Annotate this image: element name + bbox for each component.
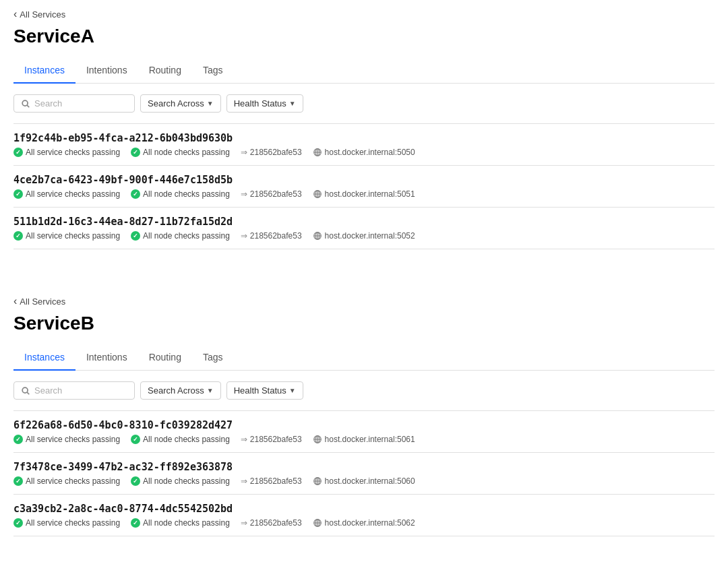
search-across-label-b: Search Across [148, 385, 204, 396]
health-status-label-a: Health Status [234, 98, 286, 108]
service-check-icon [13, 148, 23, 157]
svg-line-1 [27, 105, 29, 107]
node-check-badge: All node checks passing [131, 518, 230, 528]
address-value: host.docker.internal:5061 [325, 435, 415, 444]
node-id-meta: ⇒ 218562bafe53 [241, 148, 302, 157]
instance-meta: All service checks passing All node chec… [13, 518, 715, 528]
search-icon-a [21, 99, 30, 108]
globe-icon [313, 435, 322, 444]
service-check-icon [13, 231, 23, 241]
search-wrapper-a [13, 94, 135, 113]
health-status-chevron-a: ▼ [289, 100, 296, 107]
search-input-b[interactable] [34, 385, 127, 396]
back-link-a[interactable]: All Services [13, 0, 65, 26]
instance-id: 7f3478ce-3499-47b2-ac32-ff892e363878 [13, 461, 715, 473]
tab-a-routing[interactable]: Routing [138, 58, 192, 84]
node-id-value: 218562bafe53 [250, 476, 302, 486]
address-meta: host.docker.internal:5061 [313, 435, 415, 444]
globe-icon [313, 231, 322, 241]
instance-meta: All service checks passing All node chec… [13, 148, 715, 157]
instance-id: 511b1d2d-16c3-44ea-8d27-11b72fa15d2d [13, 216, 715, 228]
arrow-icon: ⇒ [241, 148, 247, 157]
node-id-meta: ⇒ 218562bafe53 [241, 435, 302, 444]
arrow-icon: ⇒ [241, 231, 247, 241]
instance-list-b: 6f226a68-6d50-4bc0-8310-fc039282d427 All… [13, 410, 715, 536]
table-row[interactable]: 1f92c44b-eb95-4fca-a212-6b043bd9630b All… [13, 124, 715, 166]
service-check-badge: All service checks passing [13, 231, 120, 241]
table-row[interactable]: 7f3478ce-3499-47b2-ac32-ff892e363878 All… [13, 453, 715, 495]
node-check-icon [131, 435, 140, 444]
service-check-badge: All service checks passing [13, 189, 120, 199]
back-link-b[interactable]: All Services [13, 287, 65, 313]
service-a-section: All Services ServiceA Instances Intentio… [13, 0, 715, 266]
instance-meta: All service checks passing All node chec… [13, 435, 715, 444]
node-check-icon [131, 189, 140, 199]
globe-icon [313, 476, 322, 486]
search-across-label-a: Search Across [148, 98, 204, 108]
instance-id: 6f226a68-6d50-4bc0-8310-fc039282d427 [13, 419, 715, 431]
tabs-bar-b: Instances Intentions Routing Tags [13, 345, 715, 371]
node-check-badge: All node checks passing [131, 476, 230, 486]
node-check-badge: All node checks passing [131, 231, 230, 241]
node-check-badge: All node checks passing [131, 435, 230, 444]
instance-meta: All service checks passing All node chec… [13, 231, 715, 241]
node-id-value: 218562bafe53 [250, 148, 302, 157]
node-id-value: 218562bafe53 [250, 231, 302, 241]
service-check-label: All service checks passing [26, 476, 120, 486]
address-value: host.docker.internal:5062 [325, 518, 415, 528]
node-check-label: All node checks passing [143, 476, 230, 486]
node-check-icon [131, 148, 140, 157]
service-b-title: ServiceB [13, 313, 715, 334]
tab-b-intentions[interactable]: Intentions [75, 345, 138, 371]
tab-a-tags[interactable]: Tags [192, 58, 234, 84]
node-id-meta: ⇒ 218562bafe53 [241, 231, 302, 241]
arrow-icon: ⇒ [241, 518, 247, 528]
service-check-icon [13, 435, 23, 444]
health-status-label-b: Health Status [234, 385, 286, 396]
node-check-icon [131, 476, 140, 486]
address-value: host.docker.internal:5060 [325, 476, 415, 486]
arrow-icon: ⇒ [241, 189, 247, 199]
node-check-icon [131, 231, 140, 241]
node-check-badge: All node checks passing [131, 148, 230, 157]
service-check-icon [13, 189, 23, 199]
node-check-label: All node checks passing [143, 435, 230, 444]
address-meta: host.docker.internal:5050 [313, 148, 415, 157]
svg-point-0 [22, 100, 28, 106]
node-check-icon [131, 518, 140, 528]
service-check-label: All service checks passing [26, 148, 120, 157]
address-meta: host.docker.internal:5051 [313, 189, 415, 199]
service-b-section: All Services ServiceB Instances Intentio… [13, 287, 715, 553]
service-check-badge: All service checks passing [13, 518, 120, 528]
service-check-badge: All service checks passing [13, 435, 120, 444]
service-check-badge: All service checks passing [13, 476, 120, 486]
table-row[interactable]: c3a39cb2-2a8c-4ac0-8774-4dc5542502bd All… [13, 495, 715, 536]
table-row[interactable]: 4ce2b7ca-6423-49bf-900f-446e7c158d5b All… [13, 166, 715, 208]
instance-meta: All service checks passing All node chec… [13, 476, 715, 486]
search-icon-b [21, 386, 30, 396]
search-across-dropdown-a[interactable]: Search Across ▼ [140, 94, 221, 113]
service-check-icon [13, 518, 23, 528]
health-status-dropdown-a[interactable]: Health Status ▼ [226, 94, 303, 113]
health-status-dropdown-b[interactable]: Health Status ▼ [226, 381, 303, 400]
health-status-chevron-b: ▼ [289, 387, 296, 394]
node-id-value: 218562bafe53 [250, 189, 302, 199]
node-id-meta: ⇒ 218562bafe53 [241, 476, 302, 486]
search-across-dropdown-b[interactable]: Search Across ▼ [140, 381, 221, 400]
arrow-icon: ⇒ [241, 476, 247, 486]
table-row[interactable]: 511b1d2d-16c3-44ea-8d27-11b72fa15d2d All… [13, 208, 715, 249]
tab-a-instances[interactable]: Instances [13, 58, 75, 84]
tab-b-tags[interactable]: Tags [192, 345, 234, 371]
address-meta: host.docker.internal:5060 [313, 476, 415, 486]
tab-b-instances[interactable]: Instances [13, 345, 75, 371]
tab-a-intentions[interactable]: Intentions [75, 58, 138, 84]
node-check-label: All node checks passing [143, 518, 230, 528]
address-meta: host.docker.internal:5052 [313, 231, 415, 241]
tab-b-routing[interactable]: Routing [138, 345, 192, 371]
search-wrapper-b [13, 381, 135, 400]
globe-icon [313, 148, 322, 157]
node-id-value: 218562bafe53 [250, 435, 302, 444]
search-input-a[interactable] [34, 98, 127, 108]
service-check-badge: All service checks passing [13, 148, 120, 157]
table-row[interactable]: 6f226a68-6d50-4bc0-8310-fc039282d427 All… [13, 411, 715, 453]
